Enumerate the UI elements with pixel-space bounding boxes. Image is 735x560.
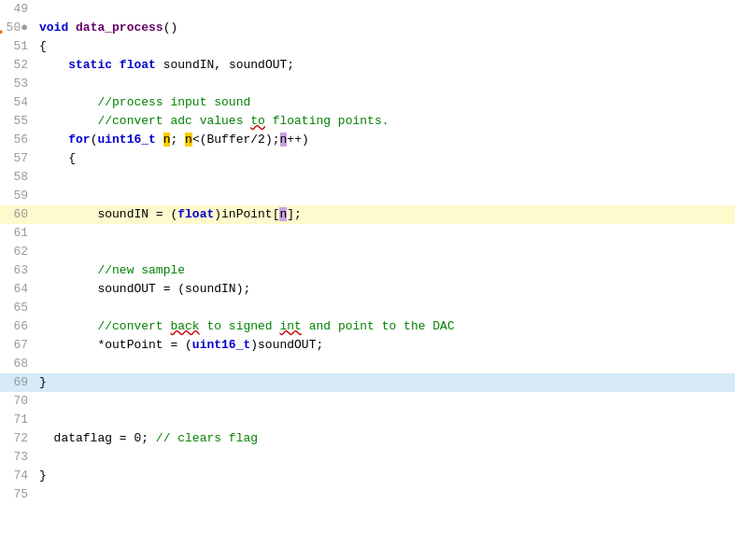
line-num-75: 75 (0, 485, 35, 504)
code-line-53: 53 (0, 75, 735, 93)
code-line-50: 50● void data_process() (0, 19, 735, 37)
code-line-71: 71 (0, 411, 735, 429)
line-content-52: static float soundIN, soundOUT; (35, 56, 735, 75)
code-line-58: 58 (0, 168, 735, 187)
line-num-49: 49 (0, 0, 35, 19)
code-line-67: 67 *outPoint = (uint16_t)soundOUT; (0, 336, 735, 355)
line-num-74: 74 (0, 467, 35, 485)
line-content-69: } (35, 373, 735, 392)
line-content-67: *outPoint = (uint16_t)soundOUT; (35, 336, 735, 355)
line-num-55: 55 (0, 112, 35, 131)
code-line-52: 52 static float soundIN, soundOUT; (0, 56, 735, 75)
code-line-61: 61 (0, 224, 735, 243)
line-content-64: soundOUT = (soundIN); (35, 280, 735, 299)
line-num-60: 60 (0, 205, 35, 224)
code-line-62: 62 (0, 243, 735, 261)
line-num-50: 50● (0, 19, 35, 37)
code-line-64: 64 soundOUT = (soundIN); (0, 280, 735, 299)
code-line-72: 72 dataflag = 0; // clears flag (0, 429, 735, 448)
code-line-69: 69 } (0, 373, 735, 392)
line-num-57: 57 (0, 149, 35, 168)
line-num-51: 51 (0, 37, 35, 56)
line-content-50: void data_process() (35, 19, 735, 37)
line-num-70: 70 (0, 392, 35, 411)
line-num-61: 61 (0, 224, 35, 243)
code-line-55: 55 //convert adc values to floating poin… (0, 112, 735, 131)
code-line-59: 59 (0, 187, 735, 205)
code-line-49: 49 (0, 0, 735, 19)
line-content-60: soundIN = (float)inPoint[n]; (35, 205, 735, 224)
line-num-63: 63 (0, 261, 35, 280)
line-num-52: 52 (0, 56, 35, 75)
line-num-56: 56 (0, 131, 35, 149)
code-line-54: 54 //process input sound (0, 93, 735, 112)
code-line-74: 74 } (0, 467, 735, 485)
line-content-72: dataflag = 0; // clears flag (35, 429, 735, 448)
line-num-53: 53 (0, 75, 35, 93)
code-line-66: 66 //convert back to signed int and poin… (0, 317, 735, 336)
line-num-64: 64 (0, 280, 35, 299)
line-content-51: { (35, 37, 735, 56)
line-content-63: //new sample (35, 261, 735, 280)
code-editor: 49 50● void data_process() 51 { 52 stati… (0, 0, 735, 560)
line-num-71: 71 (0, 411, 35, 429)
code-line-68: 68 (0, 355, 735, 373)
line-num-73: 73 (0, 448, 35, 467)
code-line-73: 73 (0, 448, 735, 467)
line-num-58: 58 (0, 168, 35, 187)
line-content-74: } (35, 467, 735, 485)
code-line-65: 65 (0, 299, 735, 317)
line-num-54: 54 (0, 93, 35, 112)
code-line-70: 70 (0, 392, 735, 411)
code-line-75: 75 (0, 485, 735, 504)
code-line-60: 60 soundIN = (float)inPoint[n]; (0, 205, 735, 224)
line-num-72: 72 (0, 429, 35, 448)
line-content-54: //process input sound (35, 93, 735, 112)
code-line-56: 56 for(uint16_t n; n<(Buffer/2);n++) (0, 131, 735, 149)
line-num-62: 62 (0, 243, 35, 261)
line-content-55: //convert adc values to floating points. (35, 112, 735, 131)
line-num-68: 68 (0, 355, 35, 373)
line-num-66: 66 (0, 317, 35, 336)
line-content-66: //convert back to signed int and point t… (35, 317, 735, 336)
line-num-65: 65 (0, 299, 35, 317)
line-num-69: 69 (0, 373, 35, 392)
code-line-51: 51 { (0, 37, 735, 56)
line-content-56: for(uint16_t n; n<(Buffer/2);n++) (35, 131, 735, 149)
code-line-57: 57 { (0, 149, 735, 168)
code-line-63: 63 //new sample (0, 261, 735, 280)
line-num-59: 59 (0, 187, 35, 205)
line-content-57: { (35, 149, 735, 168)
line-num-67: 67 (0, 336, 35, 355)
